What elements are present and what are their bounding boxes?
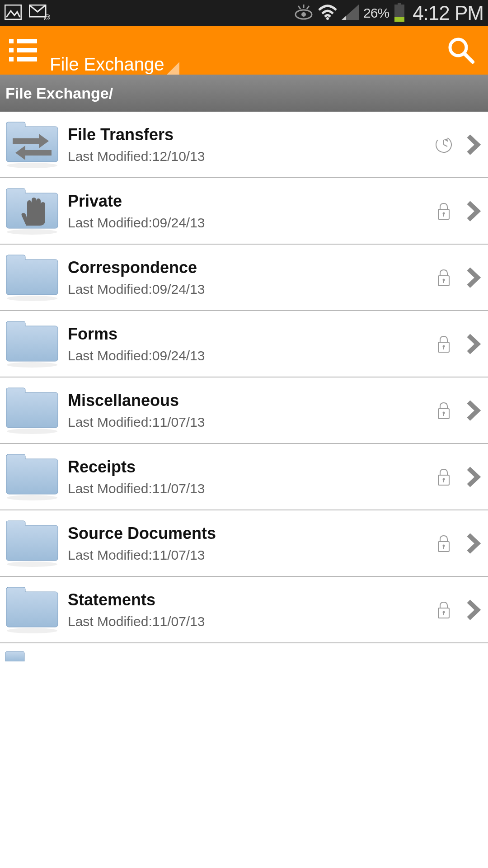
folder-modified: Last Modified:11/07/13: [68, 547, 431, 563]
chevron-right-icon[interactable]: [465, 596, 483, 623]
search-icon: [446, 36, 475, 65]
status-left: @: [5, 5, 50, 22]
svg-text:@: @: [43, 14, 50, 20]
folder-text: Private Last Modified:09/24/13: [68, 192, 431, 231]
folder-text: Statements Last Modified:11/07/13: [68, 590, 431, 629]
app-bar: File Exchange: [0, 26, 488, 75]
folder-text: Receipts Last Modified:11/07/13: [68, 458, 431, 496]
breadcrumb-path: File Exchange/: [5, 85, 113, 102]
svg-marker-10: [342, 16, 346, 20]
folder-row[interactable]: Miscellaneous Last Modified:11/07/13: [0, 377, 488, 444]
folder-icon: [3, 516, 61, 571]
recent-icon: [431, 132, 456, 157]
signal-icon: [342, 5, 359, 22]
folder-icon: [3, 383, 61, 438]
lock-icon: [431, 597, 456, 623]
lock-icon: [431, 398, 456, 423]
folder-title: File Transfers: [68, 125, 431, 144]
folder-row[interactable]: Statements Last Modified:11/07/13: [0, 577, 488, 643]
breadcrumb[interactable]: File Exchange/: [0, 75, 488, 112]
folder-modified: Last Modified:11/07/13: [68, 481, 431, 496]
svg-rect-0: [5, 5, 21, 19]
folder-modified: Last Modified:09/24/13: [68, 348, 431, 363]
chevron-right-icon[interactable]: [465, 264, 483, 291]
chevron-right-icon[interactable]: [465, 131, 483, 158]
dropdown-indicator-icon: [167, 62, 179, 75]
folder-title: Correspondence: [68, 258, 431, 277]
folder-icon: [3, 250, 61, 305]
folder-row[interactable]: Correspondence Last Modified:09/24/13: [0, 245, 488, 311]
svg-point-8: [326, 17, 329, 20]
folder-icon: [3, 317, 61, 371]
battery-icon: [394, 3, 405, 24]
folder-icon: [3, 450, 61, 504]
chevron-right-icon[interactable]: [465, 198, 483, 225]
eye-icon: [294, 5, 314, 22]
lock-icon: [431, 265, 456, 290]
menu-button[interactable]: [9, 39, 37, 61]
folder-modified: Last Modified:11/07/13: [68, 415, 431, 430]
folder-row-partial[interactable]: [0, 643, 488, 661]
svg-point-7: [301, 12, 306, 17]
svg-rect-13: [394, 17, 404, 22]
folder-text: Source Documents Last Modified:11/07/13: [68, 524, 431, 563]
folder-list[interactable]: File Transfers Last Modified:12/10/13 Pr…: [0, 112, 488, 661]
folder-icon: [3, 583, 61, 637]
folder-text: Correspondence Last Modified:09/24/13: [68, 258, 431, 297]
folder-icon: [3, 118, 61, 172]
lock-icon: [431, 531, 456, 556]
svg-line-18: [444, 145, 447, 146]
app-title: File Exchange: [50, 54, 164, 75]
folder-title: Forms: [68, 325, 431, 344]
chevron-right-icon[interactable]: [465, 397, 483, 424]
svg-line-5: [307, 6, 309, 9]
battery-percent: 26%: [363, 5, 389, 21]
status-bar: @ 26%: [0, 0, 488, 26]
folder-row[interactable]: Forms Last Modified:09/24/13: [0, 311, 488, 377]
svg-line-15: [465, 54, 473, 62]
folder-modified: Last Modified:12/10/13: [68, 149, 431, 164]
lock-icon: [431, 198, 456, 224]
picture-icon: [5, 5, 22, 22]
status-clock: 4:12 PM: [413, 2, 483, 24]
folder-modified: Last Modified:09/24/13: [68, 215, 431, 231]
folder-row[interactable]: Source Documents Last Modified:11/07/13: [0, 510, 488, 577]
chevron-right-icon[interactable]: [465, 330, 483, 358]
folder-title: Miscellaneous: [68, 391, 431, 410]
folder-text: Forms Last Modified:09/24/13: [68, 325, 431, 363]
svg-line-4: [298, 6, 300, 9]
folder-title: Statements: [68, 590, 431, 609]
svg-rect-11: [398, 3, 401, 5]
lock-icon: [431, 331, 456, 357]
mail-at-icon: @: [29, 5, 50, 22]
folder-row[interactable]: Receipts Last Modified:11/07/13: [0, 444, 488, 510]
folder-text: File Transfers Last Modified:12/10/13: [68, 125, 431, 164]
folder-title: Source Documents: [68, 524, 431, 543]
folder-icon: [3, 184, 61, 238]
chevron-right-icon[interactable]: [465, 530, 483, 557]
folder-modified: Last Modified:11/07/13: [68, 614, 431, 629]
folder-title: Receipts: [68, 458, 431, 476]
folder-modified: Last Modified:09/24/13: [68, 282, 431, 297]
status-right: 26% 4:12 PM: [294, 2, 483, 24]
folder-text: Miscellaneous Last Modified:11/07/13: [68, 391, 431, 430]
wifi-icon: [318, 5, 337, 22]
folder-row[interactable]: Private Last Modified:09/24/13: [0, 178, 488, 245]
lock-icon: [431, 464, 456, 490]
app-title-wrap[interactable]: File Exchange: [50, 26, 164, 75]
search-button[interactable]: [443, 32, 479, 68]
folder-row[interactable]: File Transfers Last Modified:12/10/13: [0, 112, 488, 178]
folder-title: Private: [68, 192, 431, 211]
chevron-right-icon[interactable]: [465, 463, 483, 491]
